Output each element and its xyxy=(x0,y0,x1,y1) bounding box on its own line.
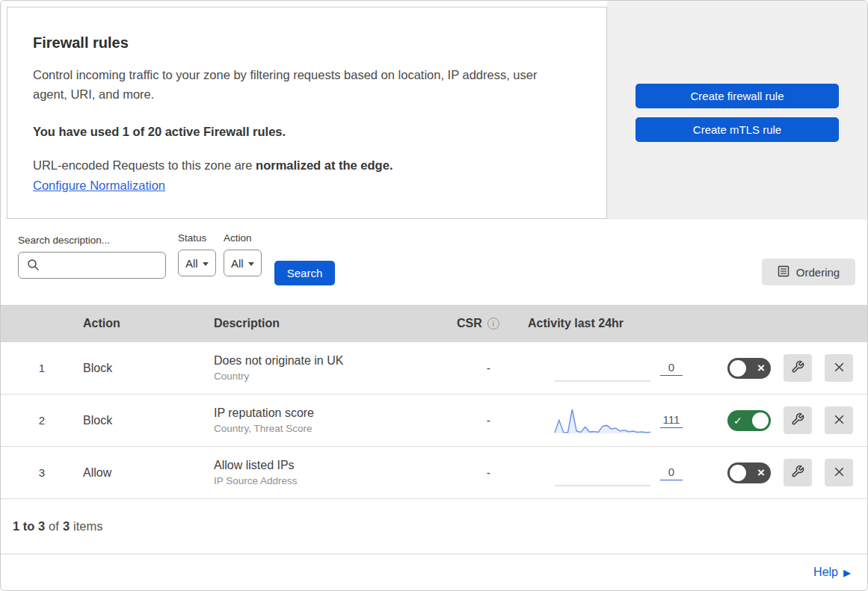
search-input[interactable] xyxy=(18,252,166,279)
firewall-info-card: Firewall rules Control incoming traffic … xyxy=(7,7,607,219)
items-of-label: of xyxy=(49,519,59,533)
pagination-summary: 1 to 3 of 3 items xyxy=(1,499,867,554)
activity-sparkline xyxy=(554,353,651,383)
filters-bar: Search description... Status All Action … xyxy=(1,220,867,305)
x-icon: × xyxy=(757,465,765,481)
rule-priority: 1 xyxy=(1,362,83,374)
ordering-button-label: Ordering xyxy=(796,266,840,279)
actions-panel: Create firewall rule Create mTLS rule xyxy=(607,1,867,220)
chevron-down-icon xyxy=(248,262,254,266)
overview-section: Firewall rules Control incoming traffic … xyxy=(1,1,867,220)
firewall-rules-page: Firewall rules Control incoming traffic … xyxy=(0,0,868,591)
column-csr-label: CSR xyxy=(457,317,482,330)
close-icon xyxy=(833,361,846,376)
page-description: Control incoming traffic to your zone by… xyxy=(33,65,561,105)
rule-description: Does not originate in UK xyxy=(214,354,457,368)
items-total: 3 xyxy=(63,519,70,533)
normalization-note-bold: normalized at the edge. xyxy=(256,158,393,172)
column-activity: Activity last 24hr xyxy=(520,317,685,330)
rule-description-cell: Does not originate in UK Country xyxy=(214,354,457,382)
arrow-right-icon: ▶ xyxy=(843,568,851,578)
rule-activity-cell: 0 xyxy=(520,458,685,488)
usage-summary: You have used 1 of 20 active Firewall ru… xyxy=(33,125,561,139)
action-select[interactable]: All xyxy=(224,250,262,276)
action-select-value: All xyxy=(231,257,244,270)
rule-controls: ✓ × xyxy=(685,459,867,486)
rule-csr: - xyxy=(457,466,520,480)
normalization-note-text: URL-encoded Requests to this zone are xyxy=(33,158,256,172)
table-row: 1 Block Does not originate in UK Country… xyxy=(1,342,867,394)
search-box xyxy=(18,252,166,279)
help-bar: Help ▶ xyxy=(1,554,867,590)
toggle-knob xyxy=(752,412,769,429)
table-row: 3 Allow Allow listed IPs IP Source Addre… xyxy=(1,447,867,499)
close-icon xyxy=(833,413,846,428)
column-description: Description xyxy=(214,317,457,330)
rule-action: Allow xyxy=(83,466,214,480)
search-label: Search description... xyxy=(18,235,166,246)
help-link[interactable]: Help ▶ xyxy=(813,566,851,579)
chevron-down-icon xyxy=(203,262,209,266)
status-select-value: All xyxy=(185,257,198,270)
rule-enabled-toggle[interactable]: ✓ × xyxy=(727,358,771,379)
rule-controls: ✓ × xyxy=(685,406,867,434)
status-filter-group: Status All xyxy=(178,232,216,276)
rule-fields: Country, Threat Score xyxy=(214,423,457,434)
rule-description: Allow listed IPs xyxy=(214,459,457,472)
rule-description-cell: Allow listed IPs IP Source Address xyxy=(214,459,457,486)
rule-activity-cell: 111 xyxy=(520,406,685,436)
table-header: Action Description CSR i Activity last 2… xyxy=(1,305,867,342)
configure-normalization-link[interactable]: Configure Normalization xyxy=(33,179,165,193)
rule-priority: 2 xyxy=(1,414,83,427)
rule-enabled-toggle[interactable]: ✓ × xyxy=(727,462,771,483)
activity-sparkline xyxy=(554,406,651,436)
create-firewall-rule-button[interactable]: Create firewall rule xyxy=(635,84,839,108)
rule-priority: 3 xyxy=(1,466,83,479)
search-icon xyxy=(27,259,39,273)
rule-activity-cell: 0 xyxy=(520,353,685,383)
page-title: Firewall rules xyxy=(33,34,561,52)
search-button[interactable]: Search xyxy=(274,261,335,285)
wrench-icon xyxy=(791,412,804,428)
rule-fields: IP Source Address xyxy=(214,475,457,486)
activity-sparkline xyxy=(554,458,651,488)
action-label: Action xyxy=(224,232,262,244)
search-group: Search description... xyxy=(18,235,166,279)
items-range: 1 to 3 xyxy=(13,519,45,533)
rule-enabled-toggle[interactable]: ✓ × xyxy=(727,410,771,431)
status-label: Status xyxy=(178,232,216,244)
wrench-icon xyxy=(791,360,804,376)
rule-controls: ✓ × xyxy=(685,354,867,382)
ordering-button[interactable]: Ordering xyxy=(762,259,855,285)
create-mtls-rule-button[interactable]: Create mTLS rule xyxy=(635,117,839,142)
toggle-knob xyxy=(730,360,746,377)
help-link-label: Help xyxy=(813,566,838,579)
rule-csr: - xyxy=(457,414,520,427)
activity-count-link[interactable]: 0 xyxy=(660,465,683,480)
toggle-knob xyxy=(730,465,746,481)
action-filter-group: Action All xyxy=(224,232,262,276)
rule-action: Block xyxy=(83,414,214,427)
rule-csr: - xyxy=(457,362,520,375)
column-action: Action xyxy=(83,317,214,330)
activity-count-link[interactable]: 111 xyxy=(660,413,683,428)
status-select[interactable]: All xyxy=(178,250,216,276)
activity-count-link[interactable]: 0 xyxy=(660,361,683,376)
delete-rule-button[interactable] xyxy=(825,406,853,434)
normalization-note: URL-encoded Requests to this zone are no… xyxy=(33,158,561,173)
rule-description-cell: IP reputation score Country, Threat Scor… xyxy=(214,406,457,434)
edit-rule-button[interactable] xyxy=(784,406,812,434)
rule-action: Block xyxy=(83,362,214,375)
wrench-icon xyxy=(791,465,804,480)
items-label: items xyxy=(73,519,102,533)
column-csr: CSR i xyxy=(457,317,520,330)
info-icon[interactable]: i xyxy=(487,318,499,329)
edit-rule-button[interactable] xyxy=(784,459,812,486)
delete-rule-button[interactable] xyxy=(825,459,853,486)
close-icon xyxy=(833,465,846,480)
rule-fields: Country xyxy=(214,371,457,382)
x-icon: × xyxy=(757,360,765,377)
table-row: 2 Block IP reputation score Country, Thr… xyxy=(1,394,867,447)
delete-rule-button[interactable] xyxy=(825,354,853,382)
edit-rule-button[interactable] xyxy=(784,354,812,382)
